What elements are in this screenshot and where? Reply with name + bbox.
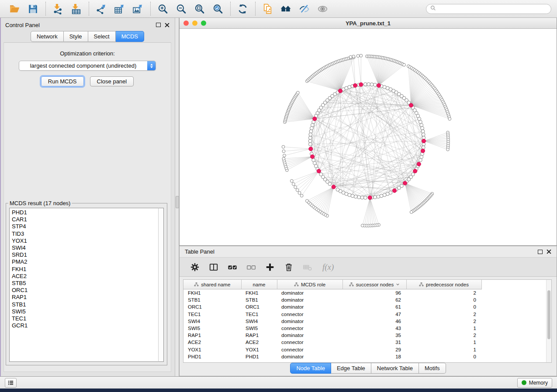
table-row-swi5[interactable]: SWI5SWI5connector431 bbox=[183, 325, 481, 332]
panel-splitter[interactable] bbox=[175, 18, 179, 376]
select-all-button[interactable] bbox=[228, 262, 238, 272]
mcds-dominator-node[interactable] bbox=[353, 83, 357, 87]
result-node-phd1[interactable]: PHD1 bbox=[10, 209, 158, 216]
minimize-window-traffic-light[interactable] bbox=[192, 21, 197, 26]
mcds-dominator-node[interactable] bbox=[310, 155, 314, 158]
run-mcds-button[interactable]: Run MCDS bbox=[41, 76, 84, 86]
mcds-dominator-node[interactable] bbox=[417, 162, 421, 166]
splitter-handle-icon[interactable] bbox=[176, 196, 179, 208]
table-scrollbar[interactable] bbox=[546, 280, 551, 362]
close-panel-button[interactable]: Close panel bbox=[90, 76, 134, 86]
column-header-predecessor-nodes[interactable]: predecessor nodes bbox=[406, 280, 481, 289]
clear-checks-button[interactable] bbox=[246, 262, 257, 272]
result-node-yox1[interactable]: YOX1 bbox=[10, 237, 158, 244]
tab-select[interactable]: Select bbox=[88, 31, 116, 42]
zoom-out-button[interactable] bbox=[175, 3, 187, 15]
task-history-button[interactable] bbox=[5, 378, 17, 388]
network-canvas[interactable] bbox=[180, 29, 557, 245]
add-column-button[interactable] bbox=[265, 262, 276, 272]
result-node-srd1[interactable]: SRD1 bbox=[10, 251, 158, 258]
table-row-phd1[interactable]: PHD1PHD1dominator180 bbox=[183, 353, 481, 360]
result-node-ace2[interactable]: ACE2 bbox=[10, 273, 158, 280]
close-panel-icon[interactable] bbox=[165, 23, 170, 28]
float-table-panel-icon[interactable] bbox=[538, 250, 543, 254]
zoom-selected-button[interactable] bbox=[212, 3, 224, 15]
split-columns-button[interactable] bbox=[209, 262, 219, 272]
mcds-dominator-node[interactable] bbox=[313, 117, 317, 121]
export-network-button[interactable] bbox=[95, 3, 107, 15]
table-row-orc1[interactable]: ORC1ORC1dominator610 bbox=[183, 303, 481, 310]
search-input[interactable] bbox=[439, 5, 547, 12]
float-panel-icon[interactable] bbox=[156, 23, 161, 27]
result-node-fkh1[interactable]: FKH1 bbox=[10, 266, 158, 273]
table-tab-network-table[interactable]: Network Table bbox=[371, 363, 419, 374]
table-row-fkh1[interactable]: FKH1FKH1dominator962 bbox=[183, 289, 481, 297]
mcds-dominator-node[interactable] bbox=[338, 89, 342, 93]
mcds-dominator-node[interactable] bbox=[332, 185, 336, 189]
mcds-dominator-node[interactable] bbox=[422, 139, 426, 143]
mcds-dominator-node[interactable] bbox=[421, 149, 425, 153]
result-node-stb5[interactable]: STB5 bbox=[10, 280, 158, 287]
export-table-button[interactable] bbox=[114, 3, 126, 15]
criterion-dropdown[interactable]: largest connected component (undirected) bbox=[19, 61, 156, 71]
mcds-dominator-node[interactable] bbox=[409, 103, 413, 107]
tab-mcds[interactable]: MCDS bbox=[116, 31, 144, 42]
table-row-tec1[interactable]: TEC1TEC1connector472 bbox=[183, 311, 481, 318]
result-list-scrollbar[interactable] bbox=[158, 208, 164, 362]
table-row-stb1[interactable]: STB1STB1dominator620 bbox=[183, 296, 481, 303]
result-node-swi4[interactable]: SWI4 bbox=[10, 244, 158, 251]
clone-network-button[interactable] bbox=[262, 3, 274, 15]
table-row-yox1[interactable]: YOX1YOX1connector291 bbox=[183, 346, 481, 353]
result-node-gcr1[interactable]: GCR1 bbox=[10, 322, 158, 329]
memory-button[interactable]: Memory bbox=[517, 378, 552, 388]
mcds-dominator-node[interactable] bbox=[368, 196, 372, 199]
result-node-rap1[interactable]: RAP1 bbox=[10, 294, 158, 301]
import-network-button[interactable] bbox=[52, 3, 64, 15]
show-preview-button[interactable] bbox=[317, 3, 329, 15]
table-tab-node-table[interactable]: Node Table bbox=[290, 363, 331, 374]
mcds-dominator-node[interactable] bbox=[413, 169, 417, 173]
apply-layout-button[interactable] bbox=[237, 3, 249, 15]
result-node-swi5[interactable]: SWI5 bbox=[10, 308, 158, 315]
export-image-button[interactable] bbox=[132, 3, 144, 15]
mcds-dominator-node[interactable] bbox=[392, 189, 396, 193]
table-tab-motifs[interactable]: Motifs bbox=[419, 363, 446, 374]
mcds-dominator-node[interactable] bbox=[317, 169, 321, 173]
mcds-dominator-node[interactable] bbox=[359, 83, 363, 86]
close-table-panel-icon[interactable] bbox=[547, 249, 551, 254]
maximize-window-traffic-light[interactable] bbox=[201, 21, 206, 26]
table-scrollbar-thumb[interactable] bbox=[547, 290, 550, 339]
column-header-shared-name[interactable]: shared name bbox=[183, 280, 241, 289]
table-tab-edge-table[interactable]: Edge Table bbox=[331, 363, 371, 374]
result-node-tec1[interactable]: TEC1 bbox=[10, 315, 158, 322]
tab-style[interactable]: Style bbox=[64, 31, 88, 42]
delete-column-button[interactable] bbox=[284, 262, 294, 272]
result-node-pma2[interactable]: PMA2 bbox=[10, 258, 158, 265]
hide-panel-button[interactable] bbox=[298, 3, 311, 15]
table-row-rap1[interactable]: RAP1RAP1dominator352 bbox=[183, 332, 481, 339]
column-header-name[interactable]: name bbox=[241, 280, 277, 289]
table-row-swi4[interactable]: SWI4SWI4dominator462 bbox=[183, 318, 481, 325]
zoom-fit-button[interactable] bbox=[194, 3, 206, 15]
column-header-successor-nodes[interactable]: successor nodes bbox=[343, 280, 406, 289]
mcds-dominator-node[interactable] bbox=[309, 147, 313, 151]
result-node-orc1[interactable]: ORC1 bbox=[10, 287, 158, 294]
close-window-traffic-light[interactable] bbox=[183, 21, 189, 26]
result-node-tid3[interactable]: TID3 bbox=[10, 230, 158, 237]
settings-gear-button[interactable] bbox=[190, 262, 201, 272]
network-graph[interactable] bbox=[180, 29, 557, 245]
search-box[interactable] bbox=[426, 4, 551, 14]
mcds-dominator-node[interactable] bbox=[377, 83, 381, 87]
save-session-button[interactable] bbox=[27, 3, 39, 15]
mcds-dominator-node[interactable] bbox=[403, 181, 407, 185]
result-node-stp4[interactable]: STP4 bbox=[10, 223, 158, 230]
home-button[interactable] bbox=[280, 3, 292, 15]
open-file-button[interactable] bbox=[9, 3, 21, 15]
column-header-mcds-role[interactable]: MCDS role bbox=[277, 280, 343, 289]
result-node-stb1[interactable]: STB1 bbox=[10, 301, 158, 308]
table-row-ace2[interactable]: ACE2ACE2connector311 bbox=[183, 339, 481, 346]
zoom-in-button[interactable] bbox=[157, 3, 169, 15]
result-node-car1[interactable]: CAR1 bbox=[10, 216, 158, 223]
tab-network[interactable]: Network bbox=[31, 31, 64, 42]
import-table-button[interactable] bbox=[70, 3, 83, 15]
